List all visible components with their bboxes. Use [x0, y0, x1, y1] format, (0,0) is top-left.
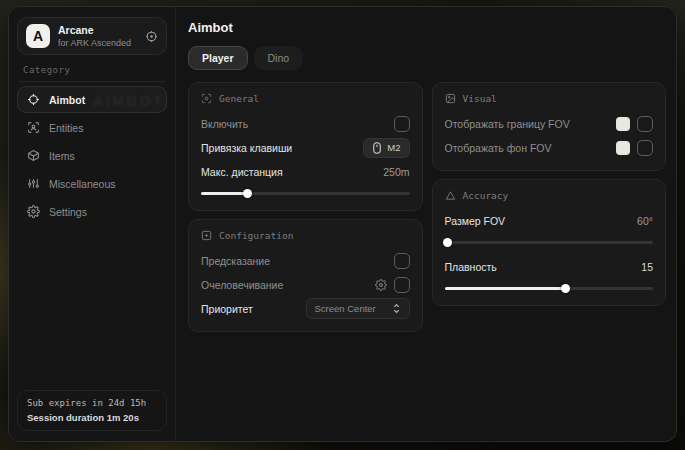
panel-visual: Visual Отображать границу FOV Отображать…	[432, 82, 667, 171]
mouse-icon	[372, 142, 382, 154]
tab-bar: Player Dino	[188, 46, 666, 70]
sidebar-item-label: Settings	[49, 206, 87, 218]
humanize-label: Очеловечивание	[201, 279, 283, 291]
row-max-distance: Макс. дистанция 250m	[201, 161, 410, 182]
triangle-icon	[445, 190, 456, 201]
game-background: A Arcane for ARK Ascended Category Aimbo…	[0, 0, 685, 450]
max-distance-slider[interactable]	[201, 188, 410, 198]
smoothness-label: Плавность	[445, 261, 497, 273]
session-duration-text: Session duration 1m 20s	[27, 412, 157, 423]
slider-thumb[interactable]	[443, 238, 452, 247]
sidebar: A Arcane for ARK Ascended Category Aimbo…	[9, 7, 176, 441]
image-icon	[445, 93, 456, 104]
entities-scan-icon	[26, 121, 40, 135]
scan-person-icon	[201, 93, 212, 104]
row-prediction: Предсказание	[201, 250, 410, 271]
slider-thumb[interactable]	[243, 189, 252, 198]
max-distance-value: 250m	[383, 166, 409, 178]
slider-track	[445, 241, 654, 245]
panel-title: Visual	[463, 93, 497, 104]
fov-background-label: Отображать фон FOV	[445, 142, 552, 154]
row-humanize: Очеловечивание	[201, 274, 410, 295]
ghost-watermark: Aimbot	[93, 91, 164, 108]
prediction-label: Предсказание	[201, 255, 270, 267]
row-smoothness: Плавность 15	[445, 256, 654, 277]
crosshair-icon	[26, 93, 40, 107]
app-header-card: A Arcane for ARK Ascended	[17, 17, 167, 55]
pin-icon[interactable]	[145, 30, 158, 43]
box-icon	[26, 149, 40, 163]
fov-border-label: Отображать границу FOV	[445, 118, 570, 130]
wrench-box-icon	[201, 230, 212, 241]
row-keybind: Привязка клавиши M2	[201, 137, 410, 158]
cheat-menu-window: A Arcane for ARK Ascended Category Aimbo…	[8, 6, 677, 442]
fov-size-label: Размер FOV	[445, 215, 506, 227]
right-column: Visual Отображать границу FOV Отображать…	[432, 82, 667, 332]
panel-configuration: Configuration Предсказание Очеловечивани…	[188, 219, 423, 332]
smoothness-value: 15	[641, 261, 653, 273]
panel-configuration-header: Configuration	[201, 230, 410, 241]
row-fov-border: Отображать границу FOV	[445, 113, 654, 134]
app-logo: A	[26, 24, 50, 48]
smoothness-slider[interactable]	[445, 283, 654, 293]
priority-value: Screen Center	[315, 303, 376, 314]
panel-title: General	[219, 93, 259, 104]
fov-border-checkbox[interactable]	[637, 116, 653, 132]
menu-divider	[19, 81, 165, 82]
panel-title: Accuracy	[463, 190, 509, 201]
sidebar-spacer	[17, 225, 167, 390]
row-enable: Включить	[201, 113, 410, 134]
panel-general: General Включить Привязка клавиши	[188, 82, 423, 211]
left-column: General Включить Привязка клавиши	[188, 82, 423, 332]
slider-fill	[201, 192, 247, 196]
sidebar-item-label: Items	[49, 150, 75, 162]
panel-title: Configuration	[219, 230, 293, 241]
page-title: Aimbot	[188, 20, 666, 35]
priority-dropdown[interactable]: Screen Center	[306, 298, 410, 319]
tab-player[interactable]: Player	[188, 46, 248, 70]
sidebar-item-settings[interactable]: Settings	[17, 198, 167, 225]
sidebar-item-entities[interactable]: Entities	[17, 114, 167, 141]
gear-icon	[26, 205, 40, 219]
row-priority: Приоритет Screen Center	[201, 298, 410, 319]
fov-size-value: 60°	[637, 215, 653, 227]
tab-dino[interactable]: Dino	[254, 46, 304, 70]
app-meta: Arcane for ARK Ascended	[58, 24, 137, 48]
sidebar-item-miscellaneous[interactable]: Miscellaneous	[17, 170, 167, 197]
fov-border-color-swatch[interactable]	[616, 117, 630, 131]
chevron-up-down-icon	[392, 303, 401, 314]
prediction-checkbox[interactable]	[394, 253, 410, 269]
sliders-icon	[26, 177, 40, 191]
app-subtitle: for ARK Ascended	[58, 38, 137, 48]
category-label: Category	[23, 65, 161, 75]
row-fov-size: Размер FOV 60°	[445, 210, 654, 231]
fov-size-slider[interactable]	[445, 237, 654, 247]
panel-visual-header: Visual	[445, 93, 654, 104]
main-content: Aimbot Player Dino General	[176, 7, 676, 441]
panel-accuracy-header: Accuracy	[445, 190, 654, 201]
panel-general-header: General	[201, 93, 410, 104]
app-title: Arcane	[58, 24, 137, 36]
sub-expires-text: Sub expires in 24d 15h	[27, 398, 157, 408]
panel-grid: General Включить Привязка клавиши	[188, 82, 666, 332]
row-fov-background: Отображать фон FOV	[445, 137, 654, 158]
humanize-checkbox[interactable]	[394, 277, 410, 293]
sidebar-item-items[interactable]: Items	[17, 142, 167, 169]
fov-background-checkbox[interactable]	[637, 140, 653, 156]
keybind-button[interactable]: M2	[363, 138, 409, 158]
slider-fill	[445, 287, 566, 291]
gear-icon[interactable]	[375, 279, 387, 291]
sidebar-item-label: Aimbot	[49, 94, 85, 106]
enable-label: Включить	[201, 118, 248, 130]
keybind-value: M2	[387, 142, 400, 153]
keybind-label: Привязка клавиши	[201, 142, 292, 154]
sidebar-item-label: Entities	[49, 122, 83, 134]
subscription-status-card: Sub expires in 24d 15h Session duration …	[17, 390, 167, 431]
priority-label: Приоритет	[201, 303, 253, 315]
enable-checkbox[interactable]	[394, 116, 410, 132]
panel-accuracy: Accuracy Размер FOV 60° Плавность	[432, 179, 667, 306]
sidebar-item-label: Miscellaneous	[49, 178, 116, 190]
fov-background-color-swatch[interactable]	[616, 141, 630, 155]
slider-thumb[interactable]	[561, 284, 570, 293]
sidebar-item-aimbot[interactable]: Aimbot Aimbot	[17, 86, 167, 113]
